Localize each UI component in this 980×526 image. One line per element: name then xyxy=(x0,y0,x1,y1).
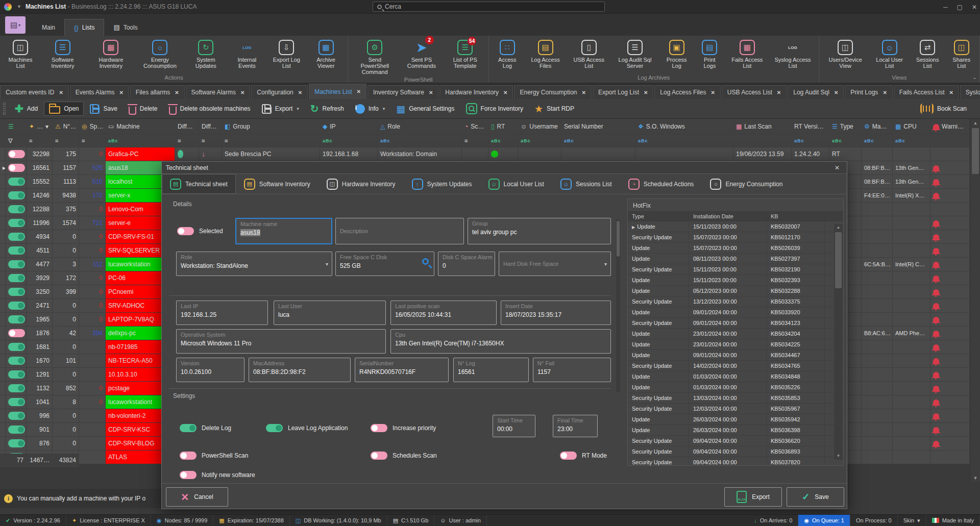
cell-n[interactable]: 9438 xyxy=(53,189,79,203)
text-filter-icon[interactable]: aBc xyxy=(323,138,333,143)
tab-close-icon[interactable]: ✕ xyxy=(644,90,648,95)
log-access-files-button[interactable]: ▤Log Access Files xyxy=(524,39,568,70)
cell-rtver[interactable]: 1.24.2.40 xyxy=(792,147,829,161)
cell-expand[interactable] xyxy=(0,299,6,313)
cell-id[interactable]: 1681 xyxy=(27,340,53,354)
users-device-view-button[interactable]: ◫Users/Device View xyxy=(821,39,870,70)
tab-close-icon[interactable]: ✕ xyxy=(119,90,123,95)
toggle-off-icon[interactable] xyxy=(371,452,387,460)
internal-events-button[interactable]: LOGInternal Events xyxy=(227,39,266,70)
mac-address-field[interactable]: MacAddress 08:BF:B8:2D:98:F2 xyxy=(249,358,351,382)
cell-toggle[interactable] xyxy=(6,313,27,327)
hotfix-row[interactable]: Security Update09/04/2024 00:00KB5036620 xyxy=(628,436,843,446)
cell-ma[interactable] xyxy=(862,313,893,327)
scrollbar-thumb[interactable] xyxy=(972,128,979,174)
tab-close-icon[interactable]: ✕ xyxy=(834,90,838,95)
cell-toggle[interactable] xyxy=(6,258,27,271)
rt-mode-toggle[interactable]: RT Mode xyxy=(560,452,607,460)
export-button[interactable]: Export▾ xyxy=(257,102,304,116)
cell-cpu[interactable] xyxy=(893,395,930,409)
cell-ma[interactable]: 08:BF:B… xyxy=(862,175,893,189)
cell-warn[interactable] xyxy=(930,161,970,175)
dialog-tab-hardware-inventory[interactable]: ◫Hardware Inventory xyxy=(318,174,404,194)
column-header-serial[interactable]: Serial Number xyxy=(561,119,635,134)
cell-sp[interactable]: 112 xyxy=(79,258,106,271)
cell-warn[interactable] xyxy=(930,230,970,244)
cell-cpu[interactable] xyxy=(893,244,930,258)
titlebar-caret-icon[interactable]: ▼ xyxy=(17,4,21,9)
selected-toggle[interactable]: Selected xyxy=(177,227,223,235)
hotfix-row[interactable]: Update01/03/2024 00:00KB5034848 xyxy=(628,371,843,382)
cell-cpu[interactable]: 13th Gen… xyxy=(893,175,930,189)
cell-n[interactable]: 8 xyxy=(53,395,79,409)
cell-sp[interactable] xyxy=(79,354,106,368)
process-log-button[interactable]: ▣Process Log xyxy=(659,39,694,70)
delete-log-toggle[interactable]: Delete Log xyxy=(180,424,231,432)
cell-warn[interactable] xyxy=(930,382,970,395)
last-positive-scan-field[interactable]: Last positive scan 16/05/2025 10:44:31 xyxy=(390,300,497,325)
cell-ma[interactable] xyxy=(862,285,893,299)
hotfix-row[interactable]: ▶Update15/11/2023 00:00KB5032007 xyxy=(628,221,843,232)
cell-ma[interactable] xyxy=(862,382,893,395)
text-filter-icon[interactable]: aBc xyxy=(638,138,648,143)
hotfix-row[interactable]: Update26/03/2024 00:00KB5036398 xyxy=(628,425,843,436)
cpu-field[interactable]: Cpu 13th Gen Intel(R) Core(TM) i7-13650H… xyxy=(390,329,611,354)
cell-id[interactable]: 1291 xyxy=(27,368,53,382)
cell-warn[interactable] xyxy=(930,299,970,313)
cell-n[interactable]: 0 xyxy=(53,368,79,382)
hotfix-column-type[interactable]: Type xyxy=(628,212,689,221)
dialog-tab-system-updates[interactable]: ↑System Updates xyxy=(404,174,480,194)
maximize-button[interactable]: ▢ xyxy=(957,4,963,11)
cell-sp[interactable] xyxy=(79,409,106,423)
force-inventory-button[interactable]: Force Inventory xyxy=(461,101,528,116)
tab-energy-consumption[interactable]: Energy Consumption✕ xyxy=(514,85,591,99)
equals-filter-icon[interactable]: = xyxy=(225,138,228,144)
funnel-filter-icon[interactable]: ▽ xyxy=(8,137,12,144)
cell-cpu[interactable] xyxy=(893,450,930,464)
description-field[interactable]: Description xyxy=(335,218,464,244)
dialog-tab-software-inventory[interactable]: ▤Software Inventory xyxy=(236,174,318,194)
cell-ma[interactable] xyxy=(862,299,893,313)
cell-warn[interactable] xyxy=(930,368,970,382)
general-settings-button[interactable]: ▦General Settings xyxy=(391,101,459,117)
toggle-on-icon[interactable] xyxy=(8,425,25,434)
cell-ma[interactable] xyxy=(862,409,893,423)
filter-cell-serial[interactable]: aBc xyxy=(561,134,635,147)
column-header-n[interactable]: ⚠N°… xyxy=(53,119,79,134)
version-field[interactable]: Version 10.0.26100 xyxy=(176,358,244,382)
role-dropdown[interactable]: Role Workstation: StandAlone xyxy=(176,252,332,276)
cell-expand[interactable] xyxy=(0,354,6,368)
cell-warn[interactable] xyxy=(930,189,970,203)
cell-toggle[interactable] xyxy=(6,395,27,409)
scroll-down-icon[interactable]: ▼ xyxy=(970,474,980,482)
syslog-access-list-button[interactable]: LOGSyslog Access List xyxy=(769,39,816,70)
cell-sp[interactable]: 721 xyxy=(79,216,106,230)
cell-toggle[interactable] xyxy=(6,161,27,175)
cell-warn[interactable] xyxy=(930,313,970,327)
cell-n[interactable]: 3 xyxy=(53,258,79,271)
refresh-button[interactable]: ↻Refresh xyxy=(305,101,349,117)
cell-cpu[interactable] xyxy=(893,354,930,368)
cell-warn[interactable] xyxy=(930,409,970,423)
column-header-toggle[interactable]: ☰ xyxy=(6,119,27,134)
cell-warn[interactable] xyxy=(930,327,970,340)
filter-cell-machine[interactable]: aBc xyxy=(106,134,175,147)
cell-cpu[interactable] xyxy=(893,147,930,161)
hotfix-row[interactable]: Security Update09/04/2024 00:00KB5037820 xyxy=(628,457,843,466)
final-time-field[interactable]: Final Time 23:00 xyxy=(553,415,598,437)
cell-rt[interactable] xyxy=(488,147,518,161)
cell-expand[interactable] xyxy=(0,216,6,230)
fails-access-list-button[interactable]: ▦Fails Access List xyxy=(725,39,769,70)
filter-cell-lastscan[interactable] xyxy=(733,134,792,147)
cell-machine[interactable]: Grafica-PC xyxy=(106,147,175,161)
filter-cell-id[interactable]: = xyxy=(27,134,53,147)
cell-username[interactable] xyxy=(518,147,561,161)
cell-sp[interactable]: 0 xyxy=(79,244,106,258)
app-menu-button[interactable]: ▤▾ xyxy=(5,16,26,34)
toggle-off-icon[interactable] xyxy=(180,471,197,479)
cell-cpu[interactable] xyxy=(893,368,930,382)
column-header-ma[interactable]: ⚙Ma… xyxy=(862,119,893,134)
cancel-button[interactable]: ✕ Cancel xyxy=(166,487,228,507)
cell-ma[interactable] xyxy=(862,423,893,437)
hotfix-scrollbar[interactable]: ▲ ▼ xyxy=(834,224,843,460)
